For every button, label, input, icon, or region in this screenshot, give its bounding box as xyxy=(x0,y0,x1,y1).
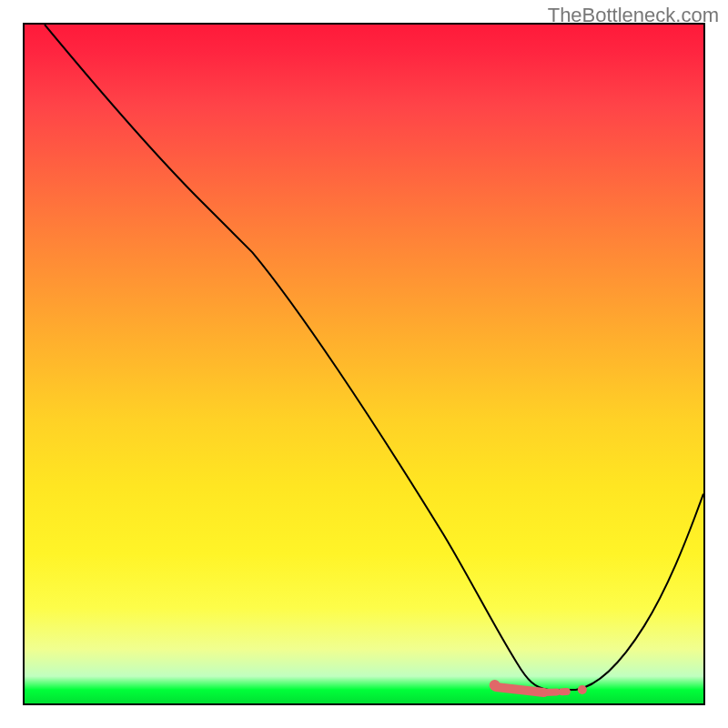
watermark-text: TheBottleneck.com xyxy=(548,4,719,27)
svg-line-0 xyxy=(496,687,544,693)
plot-area xyxy=(23,23,705,705)
bottleneck-curve xyxy=(45,25,703,690)
svg-point-3 xyxy=(578,685,587,694)
svg-point-2 xyxy=(490,680,500,691)
chart-svg xyxy=(25,25,703,703)
svg-line-1 xyxy=(544,692,567,693)
